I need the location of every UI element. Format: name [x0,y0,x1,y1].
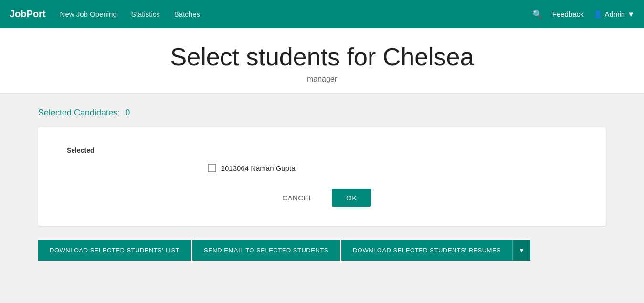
student-display: 2013064 Naman Gupta [221,164,296,172]
send-email-button[interactable]: SEND EMAIL TO SELECTED STUDENTS [192,240,340,261]
nav-links: New Job Opening Statistics Batches [60,10,532,18]
student-checkbox[interactable] [208,164,216,172]
column-header-selected: Selected [67,146,208,161]
ok-button[interactable]: OK [332,189,371,207]
admin-label: Admin [605,10,625,18]
user-icon: 👤 [593,10,602,19]
search-icon[interactable]: 🔍 [532,9,543,20]
selected-candidates-count: 0 [125,108,130,117]
nav-right: 🔍 Feedback 👤 Admin ▼ [532,9,634,20]
card-actions: CANCEL OK [67,189,577,207]
page-subtitle: manager [0,75,644,84]
admin-menu[interactable]: 👤 Admin ▼ [593,10,634,19]
student-table: Selected 2013064 Naman Gupta [67,146,577,175]
navbar: JobPort New Job Opening Statistics Batch… [0,0,644,28]
student-checkbox-cell [67,161,208,175]
selected-candidates-text: Selected Candidates: [38,108,120,117]
download-list-button[interactable]: DOWNLOAD SELECTED STUDENTS' LIST [38,240,191,261]
nav-brand[interactable]: JobPort [10,9,46,20]
main-content: Selected Candidates: 0 Selected 20130 [0,94,644,275]
download-resumes-split-button: DOWNLOAD SELECTED STUDENTS' RESUMES ▼ [341,240,530,261]
student-name-cell: 2013064 Naman Gupta [208,161,577,175]
chevron-down-icon: ▼ [627,10,634,18]
page-title: Select students for Chelsea [0,42,644,71]
download-resumes-button[interactable]: DOWNLOAD SELECTED STUDENTS' RESUMES [341,240,512,261]
selected-candidates-label: Selected Candidates: 0 [38,108,606,118]
download-resumes-dropdown-arrow[interactable]: ▼ [512,240,530,261]
nav-link-batches[interactable]: Batches [174,10,200,18]
bottom-actions: DOWNLOAD SELECTED STUDENTS' LIST SEND EM… [38,240,606,261]
nav-link-new-job-opening[interactable]: New Job Opening [60,10,117,18]
table-row: 2013064 Naman Gupta [67,161,577,175]
feedback-link[interactable]: Feedback [552,10,584,18]
nav-link-statistics[interactable]: Statistics [131,10,160,18]
cancel-button[interactable]: CANCEL [273,189,322,207]
page-header: Select students for Chelsea manager [0,28,644,94]
student-selection-card: Selected 2013064 Naman Gupta [38,127,606,226]
column-header-student [208,146,577,161]
